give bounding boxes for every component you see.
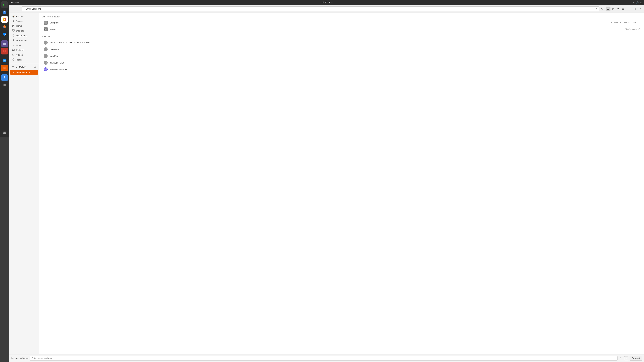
svg-rect-16	[4, 60, 6, 61]
taskbar-divider-2	[2, 56, 7, 56]
sidebar-item-starred[interactable]: ★ Starred	[10, 19, 38, 23]
taskbar: ▶_ ?	[0, 0, 9, 137]
home-icon	[12, 24, 15, 27]
network-item-windows-network[interactable]: Windows Network	[42, 66, 244, 73]
taskbar-icon-help[interactable]: ?	[1, 74, 8, 81]
svg-rect-70	[44, 42, 46, 43]
svg-rect-48	[13, 31, 14, 31]
back-button[interactable]: ←	[10, 6, 15, 11]
sidebar-item-downloads[interactable]: Downloads	[10, 38, 38, 43]
videos-icon	[12, 53, 15, 56]
fm-header: ← → + Other Locations ▼ ▼ − □ ✕	[9, 5, 244, 13]
windows-network-icon	[43, 67, 48, 72]
svg-point-52	[13, 49, 13, 50]
svg-rect-21	[4, 68, 5, 68]
taskbar-icon-text-editor[interactable]	[1, 9, 8, 15]
sidebar: 🕐 Recent ★ Starred Home Desktop	[9, 13, 39, 137]
sidebar-item-music[interactable]: ♪ Music	[10, 43, 38, 48]
sidebar-item-documents[interactable]: Documents	[10, 33, 38, 38]
svg-rect-53	[12, 54, 14, 55]
topbar: Activities 11月26 14:18 ▲ 🔊 ⏻	[9, 0, 244, 5]
sidebar-item-home[interactable]: Home	[10, 23, 38, 28]
svg-rect-75	[46, 49, 46, 49]
sidebar-item-trash[interactable]: Trash	[10, 57, 38, 62]
win10-row[interactable]: SSD WIN10 /dev/nvme0n1p3	[42, 26, 244, 33]
trash-icon	[12, 58, 15, 61]
svg-point-32	[3, 133, 4, 134]
sidebar-label-recent: Recent	[16, 15, 23, 18]
taskbar-icon-disks[interactable]	[1, 82, 8, 88]
sidebar-label-other-locations: Other Locations	[16, 71, 32, 73]
sidebar-item-recent[interactable]: 🕐 Recent	[10, 14, 38, 19]
fm-body: 🕐 Recent ★ Starred Home Desktop	[9, 13, 244, 137]
music-icon: ♪	[12, 44, 15, 46]
svg-rect-79	[46, 56, 46, 56]
computer-row[interactable]: Computer 30.0 GB / 39.1 GB available /	[42, 19, 244, 26]
svg-rect-71	[46, 42, 46, 42]
svg-point-27	[4, 132, 5, 132]
sidebar-item-desktop[interactable]: Desktop	[10, 28, 38, 33]
taskbar-icon-software[interactable]	[1, 65, 8, 71]
pictures-icon	[12, 49, 15, 51]
network-item-lnas63dc[interactable]: lnas63dc	[42, 53, 244, 59]
taskbar-icon-chrome[interactable]	[1, 16, 8, 23]
taskbar-icon-terminal[interactable]: ▶_	[1, 1, 8, 8]
lnas63dc-mac-icon	[43, 60, 48, 65]
other-locations-icon: +	[12, 71, 15, 73]
networks-section-title: Networks	[42, 35, 244, 38]
add-location-icon: +	[23, 7, 25, 10]
taskbar-icon-show-apps[interactable]	[1, 129, 8, 136]
lnas63dc-mac-name: lnas63dc_Mac	[50, 61, 244, 64]
drive-label: 2T-PCIE3	[16, 65, 26, 68]
sidebar-label-starred: Starred	[16, 20, 23, 22]
svg-rect-80	[46, 56, 46, 56]
rootroot-name: ROOTROOT-SYSTEM-PRODUCT-NAME	[50, 41, 244, 44]
svg-point-29	[3, 132, 4, 133]
taskbar-icon-thunderbird[interactable]	[1, 31, 8, 37]
taskbar-icon-rhythmbox[interactable]	[1, 48, 8, 54]
windows-network-name: Windows Network	[50, 68, 244, 71]
recent-icon: 🕐	[12, 15, 15, 18]
desktop-icon	[12, 29, 15, 32]
svg-rect-20	[4, 68, 6, 68]
win10-name: WIN10	[50, 28, 244, 31]
drive-icon	[12, 65, 15, 68]
svg-rect-23	[3, 84, 4, 86]
sidebar-item-other-locations[interactable]: + Other Locations	[10, 70, 38, 75]
taskbar-icon-files[interactable]	[1, 40, 8, 47]
svg-point-26	[3, 132, 4, 132]
forward-button[interactable]: →	[16, 6, 21, 11]
svg-rect-24	[5, 85, 6, 85]
sidebar-label-desktop: Desktop	[16, 29, 24, 32]
svg-rect-74	[44, 49, 46, 50]
sidebar-drive-2t-pcie3[interactable]: 2T-PCIE3 ⏏	[10, 64, 38, 69]
eject-icon[interactable]: ⏏	[34, 66, 36, 68]
sidebar-item-videos[interactable]: Videos	[10, 52, 38, 57]
svg-point-7	[4, 19, 5, 20]
network-item-lnas63dc-mac[interactable]: lnas63dc_Mac	[42, 59, 244, 66]
taskbar-icon-libreoffice[interactable]	[1, 57, 8, 64]
svg-rect-58	[12, 66, 13, 67]
sidebar-label-music: Music	[16, 44, 22, 46]
sidebar-label-downloads: Downloads	[16, 39, 27, 42]
svg-point-13	[4, 51, 5, 51]
network-item-z2mne2[interactable]: Z2-MNE2	[42, 46, 244, 53]
taskbar-icon-firefox[interactable]	[1, 23, 8, 30]
taskbar-divider-3	[2, 73, 7, 73]
sidebar-item-pictures[interactable]: Pictures	[10, 48, 38, 52]
svg-rect-14	[3, 59, 6, 62]
main-panel: On This Computer Computer 30.0 GB / 39.1…	[39, 13, 244, 137]
svg-rect-46	[12, 29, 14, 31]
svg-rect-76	[46, 49, 46, 50]
topbar-activities[interactable]: Activities	[11, 1, 19, 4]
network-item-rootroot[interactable]: ROOTROOT-SYSTEM-PRODUCT-NAME	[42, 39, 244, 46]
svg-point-34	[5, 133, 6, 134]
address-bar[interactable]: + Other Locations ▼	[22, 6, 244, 11]
lnas63dc-icon	[43, 54, 48, 58]
svg-point-31	[5, 132, 6, 133]
on-this-computer-section-title: On This Computer	[42, 15, 244, 18]
svg-rect-60	[44, 21, 47, 23]
svg-point-28	[5, 132, 6, 132]
svg-rect-25	[5, 85, 5, 85]
sidebar-label-pictures: Pictures	[16, 49, 24, 51]
